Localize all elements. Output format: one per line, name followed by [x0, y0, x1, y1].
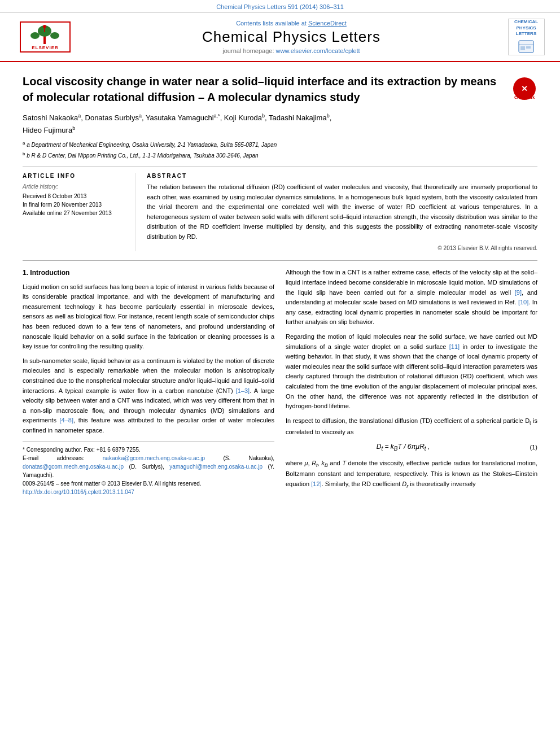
svg-point-4 — [43, 25, 46, 28]
affil-2: b b R & D Center, Dai Nippon Printing Co… — [23, 151, 537, 160]
col2-para-1: Although the flow in a CNT is a rather e… — [286, 268, 537, 327]
col2-para-3: In respect to diffusion, the translation… — [286, 416, 537, 437]
logo-line3: LETTERS — [516, 31, 536, 37]
doi-link[interactable]: http://dx.doi.org/10.1016/j.cplett.2013.… — [23, 489, 134, 495]
ref-11[interactable]: [11] — [449, 343, 460, 350]
email-nakaoka[interactable]: nakaoka@gcom.mech.eng.osaka-u.ac.jp — [103, 455, 205, 461]
crossmark-badge[interactable]: ✕ CrossMark — [512, 76, 537, 103]
affiliations: a a Department of Mechanical Engineering… — [23, 140, 537, 160]
formula-block: Dt = kBT / 6πμRt , (1) — [286, 442, 537, 453]
article-title-section: Local viscosity change in water near a s… — [23, 73, 537, 105]
elsevier-logo-area: ELSEVIER — [11, 21, 79, 53]
copyright-line: © 2013 Elsevier B.V. All rights reserved… — [147, 245, 537, 251]
available-date: Available online 27 November 2013 — [23, 209, 126, 217]
email-line: E-mail addresses: nakaoka@gcom.mech.eng.… — [23, 454, 274, 479]
intro-para-1: Liquid motion on solid surfaces has long… — [23, 282, 274, 352]
received-date: Received 8 October 2013 — [23, 192, 126, 200]
body-col-right: Although the flow in a CNT is a rather e… — [286, 268, 537, 496]
homepage-label: journal homepage: — [222, 47, 274, 54]
issn-line: 0009-2614/$ – see front matter © 2013 El… — [23, 479, 274, 488]
svg-text:✕: ✕ — [521, 84, 528, 93]
journal-logo-area: CHEMICAL PHYSICS LETTERS — [504, 19, 549, 55]
journal-ref-text: Chemical Physics Letters 591 (2014) 306–… — [216, 3, 344, 10]
page: Chemical Physics Letters 591 (2014) 306–… — [0, 0, 560, 747]
abstract-heading: ABSTRACT — [147, 173, 537, 179]
svg-rect-8 — [520, 46, 525, 50]
logo-line1: CHEMICAL — [514, 19, 538, 25]
footnotes: * Corresponding author. Fax: +81 6 6879 … — [23, 442, 274, 496]
col2-para-after-formula: where μ, Rt, kB and T denote the viscosi… — [286, 458, 537, 491]
svg-rect-0 — [43, 36, 46, 44]
email-yamaguchi[interactable]: yamaguchi@mech.eng.osaka-u.ac.jp — [169, 464, 262, 470]
intro-para-2: In sub-nanometer scale, liquid behavior … — [23, 356, 274, 436]
journal-reference-bar: Chemical Physics Letters 591 (2014) 306–… — [0, 0, 560, 13]
svg-point-2 — [30, 32, 40, 39]
info-abstract-cols: ARTICLE INFO Article history: Received 8… — [23, 167, 537, 252]
abstract-text: The relation between the rotational diff… — [147, 182, 537, 242]
svg-point-3 — [50, 32, 59, 39]
homepage-url[interactable]: www.elsevier.com/locate/cplett — [276, 47, 360, 54]
col2-para-2: Regarding the motion of liquid molecules… — [286, 332, 537, 412]
elsevier-tree-svg — [24, 24, 69, 46]
final-form-date: In final form 20 November 2013 — [23, 200, 126, 209]
journal-title-header: Chemical Physics Letters — [79, 28, 504, 46]
email-label: E-mail addresses: — [23, 455, 85, 461]
intro-heading: 1. Introduction — [23, 268, 274, 278]
svg-text:CrossMark: CrossMark — [514, 95, 535, 99]
ref-12[interactable]: [12] — [311, 480, 321, 487]
body-cols: 1. Introduction Liquid motion on solid s… — [23, 260, 537, 496]
science-direct-link[interactable]: ScienceDirect — [308, 20, 347, 27]
science-direct-line: Contents lists available at ScienceDirec… — [79, 20, 504, 27]
journal-logo-box: CHEMICAL PHYSICS LETTERS — [508, 19, 545, 55]
ref-9[interactable]: [9] — [515, 289, 522, 296]
email-donatas[interactable]: donatas@gcom.mech.eng.osaka-u.ac.jp — [23, 464, 124, 470]
body-col-left: 1. Introduction Liquid motion on solid s… — [23, 268, 274, 496]
ref-1-3[interactable]: [1–3] — [236, 387, 250, 394]
article-title: Local viscosity change in water near a s… — [23, 73, 506, 105]
history-label: Article history: — [23, 184, 126, 190]
ref-10[interactable]: [10] — [518, 299, 528, 305]
affil-1-text: a Department of Mechanical Engineering, … — [27, 142, 277, 148]
affil-1: a a Department of Mechanical Engineering… — [23, 140, 537, 149]
ref-4-8[interactable]: [4–8] — [60, 417, 73, 423]
logo-icon — [518, 40, 535, 55]
logo-line2: PHYSICS — [516, 25, 536, 31]
authors-line: Satoshi Nakaokaa, Donatas Surblysa, Yasu… — [23, 112, 537, 137]
article-info-heading: ARTICLE INFO — [23, 173, 126, 179]
article-info-col: ARTICLE INFO Article history: Received 8… — [23, 173, 135, 252]
journal-header: ELSEVIER Contents lists available at Sci… — [0, 13, 560, 62]
doi-line: http://dx.doi.org/10.1016/j.cplett.2013.… — [23, 488, 274, 496]
svg-rect-9 — [526, 46, 531, 49]
elsevier-text: ELSEVIER — [32, 45, 59, 50]
journal-center-info: Contents lists available at ScienceDirec… — [79, 20, 504, 54]
abstract-col: ABSTRACT The relation between the rotati… — [147, 173, 537, 252]
journal-homepage-line: journal homepage: www.elsevier.com/locat… — [79, 47, 504, 54]
main-content: Local viscosity change in water near a s… — [0, 62, 560, 508]
formula-number: (1) — [520, 443, 537, 453]
affil-2-text: b R & D Center, Dai Nippon Printing Co.,… — [27, 152, 258, 159]
elsevier-logo: ELSEVIER — [20, 21, 71, 53]
contents-label: Contents lists available at — [236, 20, 307, 27]
formula-display: Dt = kBT / 6πμRt , — [286, 442, 520, 453]
corresponding-note: * Corresponding author. Fax: +81 6 6879 … — [23, 445, 274, 454]
